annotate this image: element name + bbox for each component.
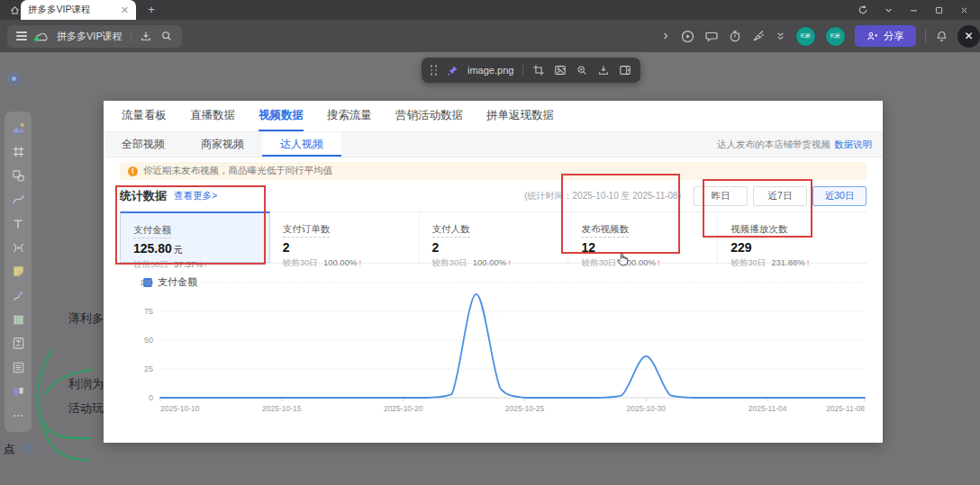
subtab-merchant-videos[interactable]: 商家视频	[183, 132, 262, 157]
timer-icon[interactable]	[728, 29, 742, 43]
svg-text:2025-11-08: 2025-11-08	[826, 404, 865, 413]
notice-banner: ! 你近期未发布视频，商品曝光低于同行平均值	[120, 162, 867, 180]
chevron-down-icon[interactable]	[884, 5, 894, 15]
whiteboard-canvas[interactable]: 薄利多销 利润为主 活动玩法 点 image.png 流量看板	[0, 52, 980, 485]
svg-text:2025-10-15: 2025-10-15	[262, 404, 302, 413]
svg-text:2025-10-30: 2025-10-30	[627, 404, 667, 413]
card-pay-orders[interactable]: 支付订单数 2 较前30日100.00%↑	[270, 212, 420, 263]
download-image-icon[interactable]	[597, 64, 610, 76]
image-float-toolbar: image.png	[422, 58, 640, 83]
document-title: 拼多多VIP课程	[57, 30, 122, 43]
annotation-box-video-plays	[703, 179, 812, 238]
subtab-all-videos[interactable]: 全部视频	[104, 132, 183, 157]
delta-up-icon: ↑	[507, 257, 512, 267]
comment-icon[interactable]	[704, 29, 719, 43]
download-icon[interactable]	[140, 30, 152, 42]
home-icon[interactable]	[9, 4, 21, 16]
window-titlebar: 拼多多VIP课程 ✕ +	[0, 0, 980, 20]
collaborator-avatar-2[interactable]: K米	[825, 26, 846, 47]
warning-icon: !	[128, 166, 138, 176]
range-30d-button[interactable]: 近30日	[812, 186, 867, 206]
svg-text:25: 25	[144, 364, 153, 373]
share-button[interactable]: 分享	[855, 25, 916, 47]
tab-live-data[interactable]: 直播数据	[190, 108, 235, 131]
menu-icon[interactable]	[16, 31, 27, 40]
replace-image-icon[interactable]	[554, 64, 567, 76]
svg-text:75: 75	[144, 307, 153, 316]
maximize-icon[interactable]	[934, 5, 944, 15]
tab-video-data[interactable]: 视频数据	[259, 108, 304, 131]
data-explanation-link[interactable]: 数据说明	[834, 139, 872, 149]
share-label: 分享	[884, 30, 904, 43]
app-toolbar: 拼多多VIP课程 K米 K米 分享	[0, 20, 980, 52]
delta-up-icon: ↑	[806, 257, 811, 267]
reload-icon[interactable]	[858, 4, 868, 15]
collapse-toolbar-icon[interactable]	[775, 31, 786, 42]
dashboard-sub-tabs: 全部视频 商家视频 达人视频 达人发布的本店铺带货视频数据说明	[104, 132, 883, 157]
notice-text: 你近期未发布视频，商品曝光低于同行平均值	[143, 165, 332, 177]
account-close-button[interactable]: ✕	[957, 25, 980, 48]
image-filename: image.png	[467, 65, 513, 76]
svg-text:2025-10-20: 2025-10-20	[384, 404, 423, 413]
collaborator-avatar-1[interactable]: K米	[795, 26, 816, 47]
delta-up-icon: ↑	[358, 257, 362, 267]
collaborator-badge	[8, 73, 21, 85]
browser-tab-title: 拼多多VIP课程	[28, 4, 121, 16]
dashboard-main-tabs: 流量看板 直播数据 视频数据 搜索流量 营销活动数据 拼单返现数据	[104, 101, 883, 132]
connector-tool-icon[interactable]	[10, 192, 26, 208]
search-icon[interactable]	[160, 30, 173, 42]
pin-icon[interactable]	[447, 65, 458, 76]
annotation-box-published-videos	[561, 174, 680, 254]
svg-text:0: 0	[149, 393, 153, 402]
svg-text:2025-10-25: 2025-10-25	[505, 404, 545, 413]
svg-text:100: 100	[140, 278, 153, 287]
notification-bell-icon[interactable]	[935, 30, 948, 43]
svg-text:2025-11-04: 2025-11-04	[749, 404, 787, 413]
pay-amount-line-chart: 02550751002025-10-102025-10-152025-10-20…	[104, 269, 883, 425]
svg-text:2025-10-10: 2025-10-10	[160, 404, 200, 413]
mindmap-tool-icon[interactable]	[10, 239, 26, 256]
cloud-sync-icon[interactable]	[35, 31, 49, 42]
doc-title-group: 拼多多VIP课程	[7, 25, 182, 48]
open-panel-icon[interactable]	[619, 64, 631, 76]
delta-up-icon: ↑	[657, 257, 661, 267]
tab-marketing-data[interactable]: 营销活动数据	[395, 108, 463, 131]
tab-group-rebate-data[interactable]: 拼单返现数据	[486, 108, 554, 131]
text-tool-icon[interactable]	[10, 216, 26, 232]
tab-traffic-board[interactable]: 流量看板	[122, 108, 167, 131]
media-tool-icon[interactable]	[10, 120, 26, 136]
zoom-preview-icon[interactable]	[576, 64, 588, 76]
crop-frame-icon[interactable]	[532, 64, 545, 76]
tab-close-icon[interactable]: ✕	[121, 4, 129, 16]
tab-search-traffic[interactable]: 搜索流量	[327, 108, 372, 131]
drag-handle-icon[interactable]	[431, 65, 438, 75]
subtab-influencer-videos[interactable]: 达人视频	[262, 132, 341, 157]
minimize-icon[interactable]	[909, 5, 919, 15]
dashboard-image[interactable]: 流量看板 直播数据 视频数据 搜索流量 营销活动数据 拼单返现数据 全部视频 商…	[104, 101, 883, 443]
card-pay-users[interactable]: 支付人数 2 较前30日100.00%↑	[420, 212, 569, 263]
svg-text:50: 50	[144, 336, 153, 345]
data-note: 达人发布的本店铺带货视频数据说明	[717, 139, 872, 151]
new-tab-icon[interactable]: +	[144, 3, 159, 16]
shapes-tool-icon[interactable]	[10, 167, 26, 184]
annotation-box-pay-amount	[115, 185, 266, 265]
sticky-note-tool-icon[interactable]	[10, 264, 26, 280]
frame-tool-icon[interactable]	[10, 144, 26, 160]
hand-cursor-icon	[615, 252, 631, 267]
window-close-icon[interactable]	[959, 5, 969, 15]
expand-right-icon[interactable]	[660, 31, 671, 41]
laser-pointer-icon[interactable]	[751, 29, 766, 43]
browser-tab[interactable]: 拼多多VIP课程 ✕	[21, 0, 136, 20]
present-play-icon[interactable]	[680, 29, 695, 44]
